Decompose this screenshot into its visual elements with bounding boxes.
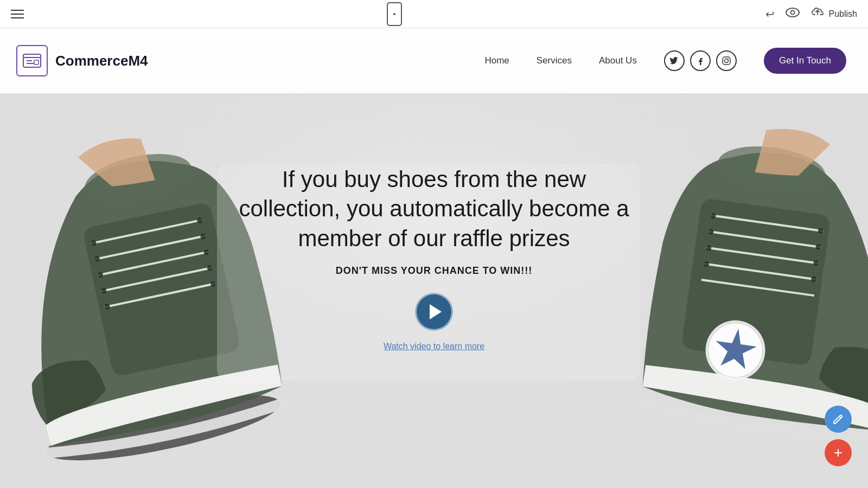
edit-fab-button[interactable] [825,406,852,433]
undo-icon[interactable]: ↩ [765,8,775,21]
nav-link-home[interactable]: Home [484,55,509,66]
hero-section: CommerceM4 Home Services About Us [0,28,868,488]
nav-links: Home Services About Us [484,55,636,66]
svg-point-47 [724,59,728,63]
add-fab-button[interactable]: + [825,439,852,466]
hero-content: If you buy shoes from the new collection… [222,154,646,363]
toolbar-left [11,10,24,18]
site-logo: CommerceM4 [16,45,148,76]
watch-video-link[interactable]: Watch video to learn more [233,342,635,351]
play-button[interactable] [415,293,453,331]
nav-item-services[interactable]: Services [537,55,572,66]
toolbar-right: ↩ Publish [765,7,857,21]
logo-icon [16,45,48,76]
svg-point-1 [790,11,794,15]
nav-item-home[interactable]: Home [484,55,509,66]
editor-toolbar: ↩ Publish [0,0,868,28]
site-nav: Home Services About Us [484,48,846,74]
hero-subtext: DON'T MISS YOUR CHANCE TO WIN!!! [233,265,635,277]
fab-container: + [825,406,852,466]
social-icons [664,50,737,71]
svg-rect-46 [723,57,730,65]
hamburger-menu-icon[interactable] [11,10,24,18]
nav-link-services[interactable]: Services [537,55,572,66]
hero-headline: If you buy shoes from the new collection… [233,165,635,254]
preview-icon[interactable] [786,8,800,20]
site-navbar: CommerceM4 Home Services About Us [0,28,868,93]
get-in-touch-button[interactable]: Get In Touch [764,48,846,74]
mobile-preview-icon[interactable] [387,2,402,26]
toolbar-center [387,2,402,26]
twitter-icon[interactable] [664,50,685,71]
svg-rect-45 [34,60,39,65]
svg-line-49 [839,416,841,418]
play-triangle-icon [430,304,442,319]
publish-button[interactable]: Publish [810,7,857,21]
svg-point-48 [728,59,729,60]
nav-link-about[interactable]: About Us [599,55,637,66]
instagram-icon[interactable] [716,50,737,71]
nav-item-about[interactable]: About Us [599,55,637,66]
site-logo-text: CommerceM4 [55,53,148,69]
facebook-icon[interactable] [690,50,711,71]
svg-point-0 [786,8,799,17]
publish-label: Publish [829,9,857,19]
publish-cloud-icon [810,7,825,21]
site-wrapper: CommerceM4 Home Services About Us [0,28,868,488]
